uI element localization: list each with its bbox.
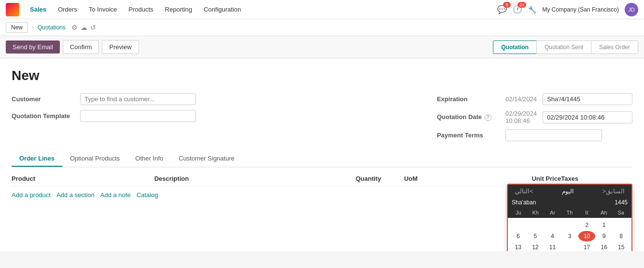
help-icon[interactable]: ? [485,114,491,121]
wrench-icon [528,6,536,13]
col-description-header: Description [154,175,333,182]
cal-cell-3[interactable]: 3 [561,231,578,241]
expiration-label: Expiration [437,95,500,103]
send-email-button[interactable]: Send by Email [6,40,60,54]
cal-today-btn[interactable]: اليوم [562,188,574,195]
breadcrumb-bar: New › Quotations ⚙ ☁ ↺ [0,19,644,36]
cal-cell-15[interactable]: 15 [613,242,630,251]
cal-cell [561,242,578,251]
cal-day-headers: Ju Kh Ar Th It Ah Sa [508,207,631,218]
cal-next-btn[interactable]: >التالي [512,187,536,196]
breadcrumb-icons: ⚙ ☁ ↺ [71,24,96,31]
tabs-bar: Order Lines Optional Products Other Info… [12,151,632,167]
record-title: New [12,68,632,83]
hijri-input[interactable] [543,93,632,105]
cal-cell [544,220,561,230]
cal-cell-16[interactable]: 16 [596,242,613,251]
status-sales-order[interactable]: Sales Order [591,40,638,54]
cal-cell [613,220,630,230]
chat-badge: 6 [503,2,511,8]
nav-to-invoice[interactable]: To Invoice [84,2,122,17]
add-product-link[interactable]: Add a product [12,191,51,199]
cal-nav-row: السابق< اليوم >التالي [508,185,631,198]
new-button[interactable]: New [6,22,28,33]
col-product-header: Product [12,175,154,182]
cal-cell-1[interactable]: 1 [596,220,613,230]
cal-cell-8[interactable]: 8 [613,231,630,241]
nav-reporting[interactable]: Reporting [160,2,197,17]
cal-cell-9[interactable]: 9 [596,231,613,241]
cal-cell-2[interactable]: 2 [578,220,595,230]
refresh-icon[interactable]: ↺ [90,24,96,31]
calendar-popup: السابق< اليوم >التالي 1445 Sha'aban Ju K… [507,184,632,251]
col-taxes-header: Taxes [561,175,632,182]
cal-cell [527,220,544,230]
user-avatar[interactable]: JD [625,3,638,16]
settings-icon[interactable]: ⚙ [71,24,78,31]
quotation-date-row: Quotation Date ? 02/29/2024 10:08:46 [437,110,632,124]
day-sa: Sa [613,208,630,217]
cal-prev-btn[interactable]: السابق< [599,187,628,196]
payment-terms-row: Payment Terms [437,129,632,141]
day-ju: Ju [510,208,527,217]
cal-cell-11[interactable]: 11 [544,242,561,251]
template-input[interactable] [80,110,196,122]
nav-sales[interactable]: Sales [25,2,51,17]
col-uom-header: UoM [404,175,476,182]
form-left: Customer Quotation Template [12,93,408,122]
cal-year: 1445 [615,199,628,206]
tab-order-lines[interactable]: Order Lines [12,151,62,167]
tab-optional-products[interactable]: Optional Products [62,151,127,167]
add-note-link[interactable]: Add a note [100,191,131,199]
payment-terms-input[interactable] [505,129,602,141]
day-it: It [578,208,595,217]
template-label: Quotation Template [12,112,74,120]
nav-configuration[interactable]: Configuration [199,2,246,17]
cal-cell-6[interactable]: 6 [510,231,527,241]
confirm-button[interactable]: Confirm [63,40,99,54]
cal-month-row: 1445 Sha'aban [508,198,631,207]
nav-right: 6 24 My Company (San Francisco) JD [497,3,638,16]
clock-button[interactable]: 24 [513,5,522,14]
day-ah: Ah [595,208,612,217]
cal-cell-4[interactable]: 4 [544,231,561,241]
tab-customer-signature[interactable]: Customer Signature [171,151,242,167]
status-pipeline: Quotation Quotation Sent Sales Order [493,40,638,54]
app-logo [6,3,19,16]
customer-field-row: Customer [12,93,408,105]
form-fields: Customer Quotation Template Expiration 0… [12,93,632,141]
col-unit-price-header: Unit Price [476,175,561,182]
tab-other-info[interactable]: Other Info [127,151,171,167]
day-ar: Ar [544,208,561,217]
day-th: Th [561,208,578,217]
cal-cell-12[interactable]: 12 [527,242,544,251]
day-kh: Kh [527,208,544,217]
preview-button[interactable]: Preview [102,40,139,54]
status-quotation-sent[interactable]: Quotation Sent [536,40,591,54]
breadcrumb-parent[interactable]: Quotations [38,24,66,31]
cal-cell-13[interactable]: 13 [510,242,527,251]
col-quantity-header: Quantity [333,175,404,182]
cal-cell-10[interactable]: 10 [578,231,595,241]
quotation-date-label: Quotation Date ? [437,113,500,121]
add-section-link[interactable]: Add a section [56,191,95,199]
payment-terms-label: Payment Terms [437,132,500,139]
cal-month: Sha'aban [512,199,536,206]
cal-cell-5[interactable]: 5 [527,231,544,241]
cal-cell-17[interactable]: 17 [578,242,595,251]
nav-products[interactable]: Products [124,2,158,17]
breadcrumb-sep: › [32,25,34,30]
cloud-icon[interactable]: ☁ [81,24,87,31]
expiration-value: 02/14/2024 [505,95,537,103]
customer-input[interactable] [80,93,196,105]
form-right: Expiration 02/14/2024 Quotation Date ? 0… [437,93,632,141]
chat-button[interactable]: 6 [497,5,507,14]
company-name[interactable]: My Company (San Francisco) [542,6,619,13]
template-field-row: Quotation Template [12,110,408,122]
clock-badge: 24 [518,2,526,8]
status-quotation[interactable]: Quotation [493,40,537,54]
quotation-date-input[interactable] [543,111,632,123]
wrench-button[interactable] [528,6,536,13]
catalog-link[interactable]: Catalog [137,191,158,199]
nav-orders[interactable]: Orders [53,2,82,17]
